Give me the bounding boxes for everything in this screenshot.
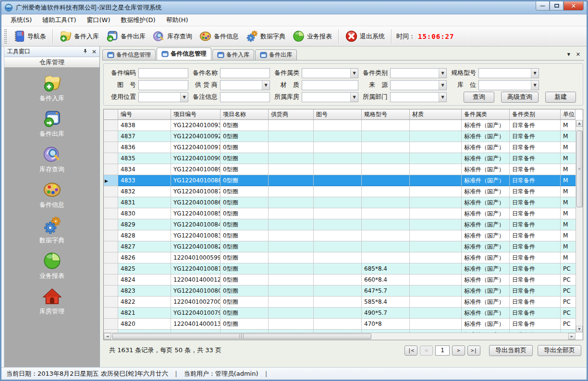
toolbar-button-5[interactable]: 数据字典	[242, 28, 289, 44]
table-row[interactable]: 4837YG122040100920型圈标准件（国产）日常备件M	[104, 131, 576, 142]
field-select[interactable]: ▼	[220, 80, 270, 90]
tab-2[interactable]: 备件入库	[212, 49, 254, 60]
export-current-page-button[interactable]: 导出当前页	[489, 345, 533, 356]
toolbar-button-6[interactable]: 业务报表	[289, 28, 335, 44]
table-row[interactable]: 4836YG122040100910型圈标准件（国产）日常备件M	[104, 142, 576, 153]
page-number-input[interactable]	[435, 345, 450, 356]
menu-item-1[interactable]: 辅助工具(T)	[37, 14, 81, 26]
field-input[interactable]	[220, 92, 270, 102]
text-input[interactable]	[302, 81, 358, 90]
export-all-pages-button[interactable]: 导出全部页	[538, 345, 581, 356]
field-select[interactable]: ▼	[138, 92, 188, 102]
table-row[interactable]: 4835YG122040100900型圈标准件（国产）日常备件M	[104, 153, 576, 164]
toolbar-button-0[interactable]: 导航条	[9, 28, 49, 44]
field-select[interactable]: ▼	[478, 68, 539, 78]
text-input[interactable]	[139, 81, 188, 90]
minimize-button[interactable]	[536, 1, 550, 11]
table-row[interactable]: 4828YG122040100830型圈标准件（国产）日常备件M	[104, 230, 576, 241]
table-row[interactable]: 4829YG122040100840型圈标准件（国产）日常备件M	[104, 219, 576, 230]
scroll-up-icon[interactable]: ▲	[576, 120, 583, 127]
menu-item-3[interactable]: 数据维护(D)	[116, 14, 161, 26]
column-header-1[interactable]: 编号	[118, 109, 171, 119]
scroll-right-icon[interactable]: ►	[568, 333, 576, 340]
tab-3[interactable]: 备件出库	[255, 49, 297, 60]
close-button[interactable]: ✕	[564, 1, 584, 11]
sidebar-item-5[interactable]: 业务报表	[23, 251, 81, 280]
table-row[interactable]: 4832YG122040100870型圈标准件（国产）日常备件M	[104, 186, 576, 197]
chevron-down-icon[interactable]: ▼	[531, 81, 539, 90]
first-page-button[interactable]: |<	[404, 345, 417, 356]
table-row[interactable]: 4823YG122040100800型圈647*5.7标准件（国产）日常备件PC	[104, 286, 576, 297]
chevron-down-icon[interactable]: ▼	[439, 81, 446, 90]
menu-item-2[interactable]: 窗口(W)	[82, 14, 116, 26]
field-select[interactable]: ▼	[478, 80, 539, 90]
last-page-button[interactable]: >|	[467, 345, 480, 356]
table-row[interactable]: 4834YG122040100890型圈标准件（国产）日常备件M	[104, 164, 576, 175]
field-select[interactable]: ▼	[390, 92, 447, 102]
field-input[interactable]	[220, 68, 270, 78]
chevron-down-icon[interactable]: ▼	[350, 93, 358, 102]
table-row[interactable]: 482412204014000120型圈660*8.4标准件（国产）日常备件PC	[104, 274, 576, 286]
field-select[interactable]: ▼	[302, 68, 358, 78]
table-row[interactable]: 482012204014000130型圈470*8标准件（国产）日常备件PC	[104, 319, 576, 330]
table-row[interactable]: 4827YG122040100820型圈标准件（国产）日常备件M	[104, 241, 576, 252]
pin-icon[interactable]	[83, 48, 88, 55]
field-select[interactable]: ▼	[390, 68, 447, 78]
text-input[interactable]	[220, 93, 270, 102]
toolbar-grip[interactable]	[4, 29, 7, 44]
text-input[interactable]	[220, 69, 270, 78]
chevron-down-icon[interactable]: ▼	[180, 93, 188, 102]
sidebar-group-header[interactable]: 仓库管理	[4, 57, 99, 68]
table-row[interactable]: 4821YG122040100790型圈490*5.7标准件（国产）日常备件PC	[104, 308, 576, 319]
column-header-8[interactable]: 备件属类	[462, 109, 510, 119]
field-select[interactable]: ▼	[390, 80, 447, 90]
tab-1[interactable]: 备件信息管理	[157, 48, 211, 60]
close-icon[interactable]: ✕	[92, 49, 97, 55]
table-row[interactable]: 4831YG122040100860型圈标准件（国产）日常备件M	[104, 197, 576, 208]
field-input[interactable]	[302, 80, 358, 90]
sidebar-item-6[interactable]: 库房管理	[23, 286, 81, 316]
menu-item-4[interactable]: 帮助(H)	[161, 14, 194, 26]
chevron-down-icon[interactable]: ▼	[531, 69, 539, 78]
column-header-2[interactable]: 项目编号	[171, 109, 220, 119]
horizontal-scroll-thumb[interactable]: |||	[112, 333, 371, 339]
field-input[interactable]	[138, 80, 188, 90]
chevron-down-icon[interactable]: ▼	[439, 93, 446, 102]
table-row[interactable]: 4825YG122040100810型圈685*8.4标准件（国产）日常备件PC	[104, 263, 576, 274]
new-button[interactable]: 新建	[545, 92, 576, 103]
chevron-down-icon[interactable]: ▼	[567, 53, 570, 57]
column-header-6[interactable]: 规格型号	[362, 109, 410, 119]
column-header-5[interactable]: 图号	[314, 109, 362, 119]
search-button[interactable]: 查询	[464, 92, 494, 103]
vertical-scroll-thumb[interactable]: ≡	[576, 131, 583, 207]
maximize-button[interactable]	[550, 1, 564, 11]
table-row[interactable]: ▶4833YG122040100880型圈标准件（国产）日常备件M	[104, 175, 576, 186]
prev-page-button[interactable]: <	[420, 345, 433, 356]
next-page-button[interactable]: >	[452, 345, 465, 356]
column-header-4[interactable]: 供货商	[269, 109, 314, 119]
field-select[interactable]: ▼	[302, 92, 358, 102]
sidebar-item-1[interactable]: 备件出库	[23, 109, 81, 138]
close-icon[interactable]: ✕	[576, 52, 580, 57]
toolbar-button-4[interactable]: 备件信息	[196, 28, 242, 44]
text-input[interactable]	[139, 69, 188, 78]
sidebar-item-4[interactable]: 数据字典	[23, 215, 81, 245]
tab-0[interactable]: 备件信息管理	[102, 49, 156, 60]
chevron-down-icon[interactable]: ▼	[262, 81, 270, 90]
toolbar-button-2[interactable]: 备件出库	[102, 28, 149, 44]
table-row[interactable]: 4830YG122040100850型圈标准件（国产）日常备件M	[104, 208, 576, 219]
column-header-10[interactable]: 单位	[561, 109, 576, 119]
scroll-down-icon[interactable]: ▼	[576, 326, 583, 333]
chevron-down-icon[interactable]: ▼	[439, 69, 446, 78]
column-header-9[interactable]: 备件类别	[510, 109, 561, 119]
column-header-7[interactable]: 材质	[410, 109, 462, 119]
advanced-search-button[interactable]: 高级查询	[501, 92, 539, 103]
toolbar-button-1[interactable]: 备件入库	[56, 28, 102, 44]
table-row[interactable]: 4838YG122040100930型圈标准件（国产）日常备件M	[104, 120, 576, 131]
scroll-left-icon[interactable]: ◄	[104, 333, 111, 340]
table-row[interactable]: 482612204010005990型圈标准件（国产）日常备件M	[104, 252, 576, 263]
field-input[interactable]	[138, 68, 188, 78]
toolbar-button-7[interactable]: 退出系统	[342, 28, 388, 44]
sidebar-item-2[interactable]: 库存查询	[23, 144, 81, 174]
toolbar-button-3[interactable]: 库存查询	[149, 28, 196, 44]
